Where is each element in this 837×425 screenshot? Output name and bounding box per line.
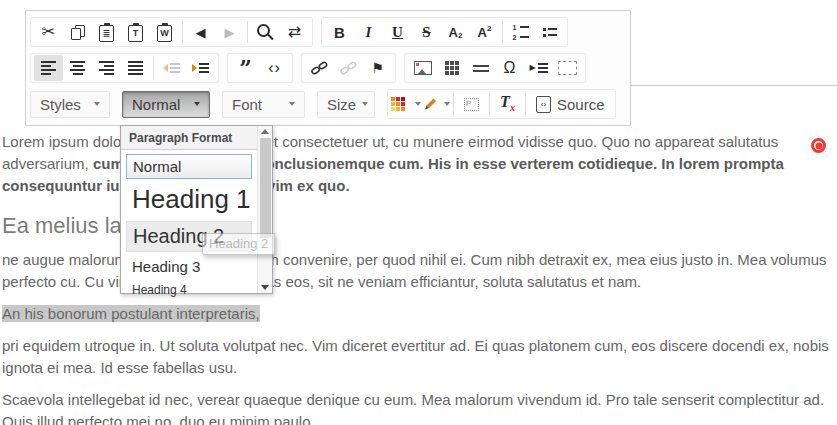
paragraph[interactable]: An his bonorum postulant interpretaris,: [2, 303, 833, 325]
toolbar-separator: [502, 21, 503, 43]
underline-button[interactable]: U: [383, 19, 412, 45]
scroll-down-icon[interactable]: [261, 285, 269, 290]
numbered-list-icon: 1 2: [513, 24, 529, 41]
justify-button[interactable]: [121, 55, 150, 81]
superscript-button[interactable]: A2: [470, 19, 499, 45]
dropdown-scrollbar[interactable]: [257, 126, 272, 293]
scroll-up-icon[interactable]: [261, 129, 269, 134]
paste-plain-text-icon: T: [128, 25, 143, 42]
indent-button[interactable]: [186, 55, 215, 81]
page-break-icon: ▶: [529, 63, 547, 73]
background-color-button[interactable]: [421, 91, 450, 117]
paste-from-word-button[interactable]: W: [150, 19, 179, 45]
blockquote-button[interactable]: ”: [231, 55, 260, 81]
paragraph[interactable]: pri equidem utroque in. Ut soluta volutp…: [2, 335, 833, 379]
redo-icon: ▶: [225, 26, 235, 39]
italic-icon: I: [366, 24, 372, 41]
align-right-icon: [99, 61, 114, 75]
colors-tools-group: P Tx ‹› Source: [387, 89, 616, 119]
copy-icon: [71, 25, 85, 40]
paragraph-format-dropdown: Paragraph Format Normal Heading 1 Headin…: [120, 125, 273, 294]
italic-button[interactable]: I: [354, 19, 383, 45]
iframe-icon: [558, 61, 577, 75]
subscript-icon: A2: [449, 25, 463, 40]
undo-button[interactable]: ◀: [186, 19, 215, 45]
selected-text[interactable]: An his bonorum postulant interpretaris,: [2, 305, 260, 322]
image-button[interactable]: [408, 55, 437, 81]
bold-button[interactable]: B: [325, 19, 354, 45]
anchor-flag-icon: ⚑: [371, 61, 384, 75]
omega-icon: Ω: [504, 60, 516, 76]
strikethrough-icon: S: [422, 24, 430, 41]
source-document-icon: ‹›: [536, 96, 551, 113]
size-combo[interactable]: Size: [317, 91, 375, 118]
numbered-list-button[interactable]: 1 2: [506, 19, 535, 45]
bulleted-list-button[interactable]: [535, 19, 564, 45]
unlink-icon: [340, 60, 357, 76]
paste-from-word-icon: W: [157, 25, 172, 42]
cut-button[interactable]: ✂: [34, 19, 63, 45]
unlink-button: [334, 55, 363, 81]
text-color-button[interactable]: [391, 91, 421, 117]
toolbar-row-1: ✂ ≣ T W ◀ ▶ ⇄ B I U S A2 A2 1 2: [30, 15, 626, 49]
paragraph-group: [30, 53, 219, 83]
replace-button[interactable]: ⇄: [280, 19, 309, 45]
show-blocks-button[interactable]: P: [457, 91, 486, 117]
record-marker-icon: [811, 138, 826, 153]
toolbar-separator: [453, 93, 454, 115]
copy-button[interactable]: [63, 19, 92, 45]
underline-icon: U: [392, 24, 403, 41]
align-center-icon: [70, 61, 85, 75]
dropdown-list: Paragraph Format Normal Heading 1 Headin…: [121, 126, 257, 293]
dropdown-item-heading-1[interactable]: Heading 1: [126, 182, 252, 218]
code-snippet-button[interactable]: ‹›: [260, 55, 289, 81]
image-icon: [414, 61, 432, 75]
horizontal-rule-icon: [473, 65, 489, 72]
superscript-icon: A2: [478, 25, 492, 40]
table-icon: [445, 61, 459, 75]
styles-combo-label: Styles: [40, 96, 81, 113]
toolbar-separator: [489, 93, 490, 115]
align-center-button[interactable]: [63, 55, 92, 81]
anchor-button[interactable]: ⚑: [363, 55, 392, 81]
toolbar-row-2: ” ‹› ⚑: [30, 51, 626, 85]
paragraph-format-combo[interactable]: Normal: [122, 91, 210, 118]
editor-top-border: [631, 85, 837, 86]
remove-format-button[interactable]: Tx: [493, 91, 522, 117]
dropdown-item-heading-3[interactable]: Heading 3: [126, 255, 252, 278]
iframe-button[interactable]: [553, 55, 582, 81]
redo-button: ▶: [215, 19, 244, 45]
align-left-button[interactable]: [34, 55, 63, 81]
dropdown-item-normal[interactable]: Normal: [126, 154, 252, 179]
source-button[interactable]: ‹› Source: [529, 96, 612, 113]
horizontal-rule-button[interactable]: [466, 55, 495, 81]
subscript-button[interactable]: A2: [441, 19, 470, 45]
basicstyles-group: B I U S A2 A2 1 2: [321, 17, 568, 47]
outdent-button: [157, 55, 186, 81]
undo-icon: ◀: [196, 26, 206, 39]
chevron-down-icon: [362, 102, 368, 106]
styles-combo[interactable]: Styles: [30, 91, 110, 118]
special-character-button[interactable]: Ω: [495, 55, 524, 81]
page-break-button[interactable]: ▶: [524, 55, 553, 81]
align-right-button[interactable]: [92, 55, 121, 81]
table-button[interactable]: [437, 55, 466, 81]
strikethrough-button[interactable]: S: [412, 19, 441, 45]
scrollbar-thumb[interactable]: [260, 138, 271, 238]
paste-button[interactable]: ≣: [92, 19, 121, 45]
paragraph[interactable]: Scaevola intellegebat id nec, verear qua…: [2, 389, 833, 425]
clipboard-group: ✂ ≣ T W ◀ ▶ ⇄: [30, 17, 313, 47]
font-combo[interactable]: Font: [222, 91, 305, 118]
paste-icon: ≣: [99, 25, 114, 42]
paste-plain-text-button[interactable]: T: [121, 19, 150, 45]
replace-icon: ⇄: [288, 24, 301, 40]
marker-icon: [422, 96, 438, 112]
font-combo-label: Font: [232, 96, 262, 113]
find-button[interactable]: [251, 19, 280, 45]
dropdown-item-heading-4[interactable]: Heading 4: [126, 281, 252, 301]
blocks-group: ” ‹›: [227, 53, 293, 83]
link-button[interactable]: [305, 55, 334, 81]
show-blocks-icon: P: [464, 98, 479, 111]
format-combo-label: Normal: [132, 96, 180, 113]
toolbar-separator: [153, 57, 154, 79]
